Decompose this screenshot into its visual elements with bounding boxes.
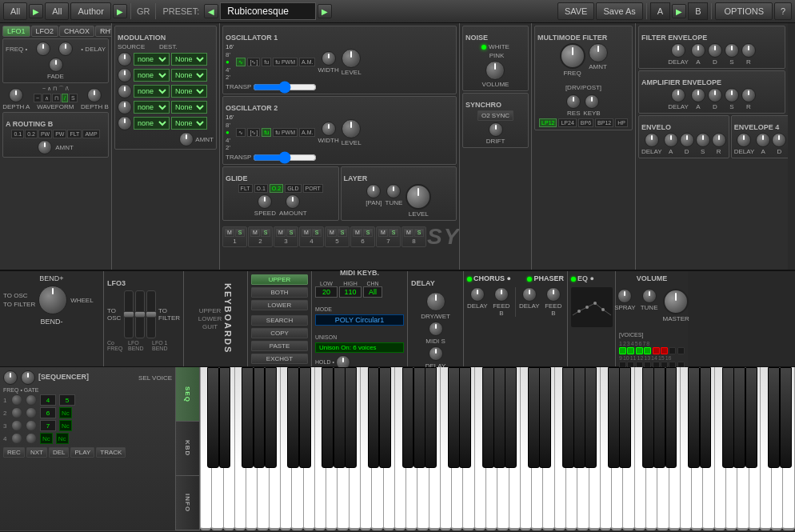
save-button[interactable]: SAVE (557, 2, 595, 20)
fenv-delay-knob[interactable] (671, 43, 685, 58)
osc1-wave-sq[interactable]: [∿] (247, 58, 260, 66)
black-key-28[interactable] (653, 367, 665, 468)
layer-level-knob[interactable] (405, 184, 431, 210)
route-02[interactable]: 0.2 (25, 130, 38, 138)
copy-btn[interactable]: COPY (251, 328, 308, 338)
delay-midis-knob[interactable] (429, 322, 443, 336)
wave-btn-pw2[interactable]: / (62, 94, 68, 102)
filter-res-knob[interactable] (566, 94, 581, 109)
ch4-m-btn[interactable]: M (302, 229, 311, 237)
osc2-transp-slider[interactable] (253, 154, 317, 162)
black-key-2[interactable] (242, 367, 254, 468)
env4-a-knob[interactable] (756, 133, 770, 147)
ch8-s-btn[interactable]: S (414, 229, 424, 237)
ch6-s-btn[interactable]: S (363, 229, 373, 237)
seq-sel-1b[interactable]: 5 (59, 394, 75, 406)
seq-gknob-2[interactable] (26, 407, 37, 418)
osc1-level-knob[interactable] (342, 49, 361, 68)
filter-amnt-knob[interactable] (589, 43, 608, 62)
ch7-s-btn[interactable]: S (389, 229, 398, 237)
ch3-s-btn[interactable]: S (286, 229, 296, 237)
aenv-a-knob[interactable] (691, 88, 705, 102)
ch4-s-btn[interactable]: S (312, 229, 322, 237)
drift-knob[interactable] (489, 122, 503, 137)
route-amp[interactable]: AMP (82, 130, 99, 138)
black-key-23[interactable] (573, 367, 585, 468)
ch1-s-btn[interactable]: S (235, 229, 245, 237)
filter-freq-knob[interactable] (560, 43, 585, 69)
voice-5[interactable] (653, 347, 660, 354)
fenv-a-knob[interactable] (691, 43, 705, 58)
upper-btn[interactable]: UPPER (251, 274, 308, 285)
mod-dest-4[interactable]: None (171, 101, 207, 114)
route-01[interactable]: 0.1 (11, 130, 24, 138)
delay-delay-knob[interactable] (429, 346, 443, 361)
osc2-wave-sq[interactable]: [∿] (247, 128, 260, 137)
help-button[interactable]: ? (774, 2, 792, 20)
filter-lp24[interactable]: LP24 (558, 118, 576, 127)
black-key-3[interactable] (254, 367, 266, 468)
mod-source-5[interactable]: none (134, 117, 170, 130)
black-key-26[interactable] (619, 367, 631, 468)
preset-prev-button[interactable]: ◀ (204, 4, 218, 18)
author-button[interactable]: Author (70, 2, 110, 20)
fenv-d-knob[interactable] (708, 43, 722, 58)
osc2-wave-pwm[interactable]: fu PWM (273, 128, 298, 137)
route-flt[interactable]: FLT (67, 130, 82, 138)
black-key-32[interactable] (722, 367, 734, 468)
filter-hp[interactable]: HP (615, 118, 628, 127)
osc1-wave-sin[interactable]: ∿ (236, 58, 246, 66)
black-key-13[interactable] (413, 367, 425, 468)
black-key-4[interactable] (265, 367, 277, 468)
o2sync-btn[interactable]: O2 SYNC (477, 110, 513, 121)
glide-o2[interactable]: O.2 (270, 184, 283, 193)
layer-tune-knob[interactable] (386, 184, 401, 198)
glide-amount-knob[interactable] (286, 194, 300, 209)
lower-btn[interactable]: LOWER (251, 300, 308, 310)
glide-o1[interactable]: O.1 (254, 184, 268, 193)
osc2-wave-sin[interactable]: ∿ (236, 128, 246, 137)
seq-knob-2[interactable] (11, 407, 22, 418)
osc1-wave-am[interactable]: A.M. (299, 58, 315, 66)
mod-knob-5[interactable] (118, 116, 132, 130)
black-key-35[interactable] (768, 367, 780, 468)
env4-delay-knob[interactable] (737, 133, 751, 147)
osc2-width-knob[interactable] (322, 122, 336, 136)
filter-keyb-knob[interactable] (585, 94, 599, 109)
seq-sel-2a[interactable]: 6 (40, 407, 56, 418)
mod-knob-4[interactable] (118, 100, 132, 114)
seq-gknob-4[interactable] (26, 433, 37, 444)
kbd-tab[interactable]: KBD (176, 422, 199, 476)
both-btn[interactable]: BOTH (251, 287, 308, 298)
mod-source-1[interactable]: none (134, 53, 170, 66)
glide-flt[interactable]: FLT (238, 184, 253, 193)
play-left-button[interactable]: ▶ (29, 4, 43, 18)
mod-knob-3[interactable] (118, 84, 132, 98)
black-key-17[interactable] (482, 367, 494, 468)
info-tab[interactable]: INFO (176, 476, 199, 530)
osc2-wave-tri[interactable]: fu (262, 128, 271, 137)
black-key-9[interactable] (345, 367, 357, 468)
black-key-5[interactable] (287, 367, 299, 468)
ch5-m-btn[interactable]: M (327, 229, 337, 237)
seq-rec-btn[interactable]: REC (3, 447, 25, 458)
filter-bp6[interactable]: BP6 (578, 118, 593, 127)
route-pw2[interactable]: PW (53, 130, 66, 138)
mod-knob-2[interactable] (118, 68, 132, 82)
voice-7[interactable] (669, 347, 676, 354)
voice-6[interactable] (661, 347, 668, 354)
env3-delay-knob[interactable] (645, 133, 659, 147)
black-key-12[interactable] (402, 367, 414, 468)
mod-dest-1[interactable]: None (171, 53, 207, 66)
preset-next-button[interactable]: ▶ (318, 4, 332, 18)
phaser-delay-knob[interactable] (522, 287, 537, 302)
chorus-feedb-knob[interactable] (494, 287, 509, 302)
black-key-10[interactable] (368, 367, 380, 468)
lfo3-slider-2[interactable] (135, 290, 145, 338)
seq-freq-knob[interactable] (3, 370, 18, 385)
voice-4[interactable] (644, 347, 651, 354)
a-button[interactable]: A (650, 2, 670, 20)
aenv-r-knob[interactable] (741, 88, 756, 102)
seq-tab[interactable]: SEQ (176, 367, 199, 422)
black-key-21[interactable] (539, 367, 551, 468)
